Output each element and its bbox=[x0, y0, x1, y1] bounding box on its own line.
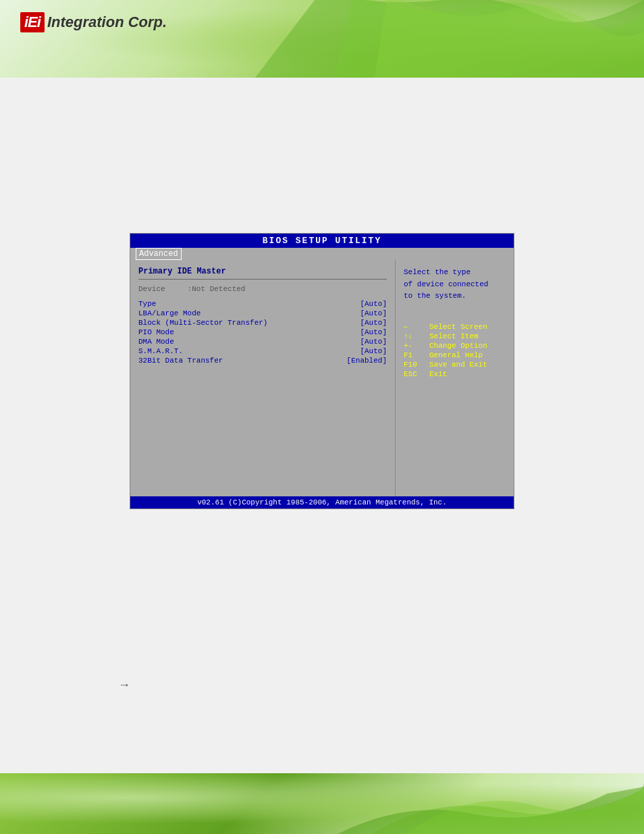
bios-title: BIOS SETUP UTILITY bbox=[263, 236, 381, 246]
bios-nav-row: ←Select Screen bbox=[404, 323, 506, 331]
bios-footer-text: v02.61 (C)Copyright 1985-2006, American … bbox=[197, 498, 447, 506]
bios-option-row[interactable]: Block (Multi-Sector Transfer)[Auto] bbox=[138, 319, 387, 327]
bios-option-value: [Auto] bbox=[360, 347, 387, 355]
bios-body: Primary IDE Master Device :Not Detected … bbox=[130, 260, 514, 496]
bios-option-value: [Auto] bbox=[360, 309, 387, 317]
bios-nav-key: ↑↓ bbox=[404, 332, 424, 340]
bios-nav-desc: Select Screen bbox=[429, 323, 487, 331]
logo-icon: iEi bbox=[20, 12, 45, 32]
bios-option-row[interactable]: S.M.A.R.T.[Auto] bbox=[138, 347, 387, 355]
bios-nav-desc: Change Option bbox=[429, 342, 487, 350]
bios-option-row[interactable]: 32Bit Data Transfer[Enabled] bbox=[138, 357, 387, 365]
bios-title-bar: BIOS SETUP UTILITY bbox=[130, 234, 514, 248]
bios-option-row[interactable]: DMA Mode[Auto] bbox=[138, 338, 387, 346]
bios-option-label: 32Bit Data Transfer bbox=[138, 357, 223, 365]
bios-nav-key: ← bbox=[404, 323, 424, 331]
logo-company: Integration Corp. bbox=[47, 14, 167, 31]
bios-menu-bar[interactable]: Advanced bbox=[130, 248, 514, 260]
bios-nav-key: ESC bbox=[404, 370, 424, 378]
bios-nav-row: ↑↓Select Item bbox=[404, 332, 506, 340]
bios-nav-desc: Select Item bbox=[429, 332, 479, 340]
bios-device-line: Device :Not Detected bbox=[138, 285, 387, 293]
bios-nav-desc: General Help bbox=[429, 351, 483, 359]
bios-option-value: [Auto] bbox=[360, 338, 387, 346]
bios-left-panel: Primary IDE Master Device :Not Detected … bbox=[130, 260, 396, 496]
header: iEi Integration Corp. bbox=[0, 0, 644, 78]
bios-option-row[interactable]: PIO Mode[Auto] bbox=[138, 328, 387, 336]
bios-nav-section: ←Select Screen↑↓Select Item+-Change Opti… bbox=[404, 323, 506, 378]
bios-option-row[interactable]: Type[Auto] bbox=[138, 300, 387, 308]
device-label: Device bbox=[138, 285, 165, 293]
main-content: BIOS SETUP UTILITY Advanced Primary IDE … bbox=[0, 78, 644, 773]
arrow-bullet: → bbox=[118, 678, 130, 692]
bios-nav-desc: Save and Exit bbox=[429, 361, 487, 369]
bios-help-text: Select the typeof device connectedto the… bbox=[404, 267, 506, 303]
bios-option-label: Type bbox=[138, 300, 156, 308]
bios-option-row[interactable]: LBA/Large Mode[Auto] bbox=[138, 309, 387, 317]
bios-option-value: [Auto] bbox=[360, 319, 387, 327]
bios-option-label: PIO Mode bbox=[138, 328, 174, 336]
bios-options-list: Type[Auto]LBA/Large Mode[Auto]Block (Mul… bbox=[138, 300, 387, 365]
bios-container: BIOS SETUP UTILITY Advanced Primary IDE … bbox=[130, 233, 514, 509]
bios-option-label: LBA/Large Mode bbox=[138, 309, 200, 317]
bios-nav-row: +-Change Option bbox=[404, 342, 506, 350]
bios-option-value: [Auto] bbox=[360, 300, 387, 308]
bios-footer-bar: v02.61 (C)Copyright 1985-2006, American … bbox=[130, 496, 514, 509]
bios-nav-key: F1 bbox=[404, 351, 424, 359]
bios-option-value: [Enabled] bbox=[347, 357, 387, 365]
footer-decoration bbox=[0, 773, 644, 834]
logo-area: iEi Integration Corp. bbox=[20, 12, 167, 32]
bios-nav-row: ESCExit bbox=[404, 370, 506, 378]
bios-option-label: S.M.A.R.T. bbox=[138, 347, 183, 355]
bios-nav-desc: Exit bbox=[429, 370, 447, 378]
bios-nav-key: +- bbox=[404, 342, 424, 350]
bios-divider bbox=[138, 279, 387, 280]
bios-nav-row: F1General Help bbox=[404, 351, 506, 359]
bios-nav-key: F10 bbox=[404, 361, 424, 369]
menu-tab-advanced[interactable]: Advanced bbox=[136, 248, 182, 260]
header-wave-svg bbox=[252, 0, 644, 78]
device-value: :Not Detected bbox=[188, 285, 246, 293]
bios-section-title: Primary IDE Master bbox=[138, 267, 387, 276]
bios-option-value: [Auto] bbox=[360, 328, 387, 336]
bios-option-label: Block (Multi-Sector Transfer) bbox=[138, 319, 267, 327]
bios-right-panel: Select the typeof device connectedto the… bbox=[396, 260, 514, 496]
bios-nav-row: F10Save and Exit bbox=[404, 361, 506, 369]
footer-wave-svg bbox=[0, 773, 644, 834]
bios-option-label: DMA Mode bbox=[138, 338, 174, 346]
